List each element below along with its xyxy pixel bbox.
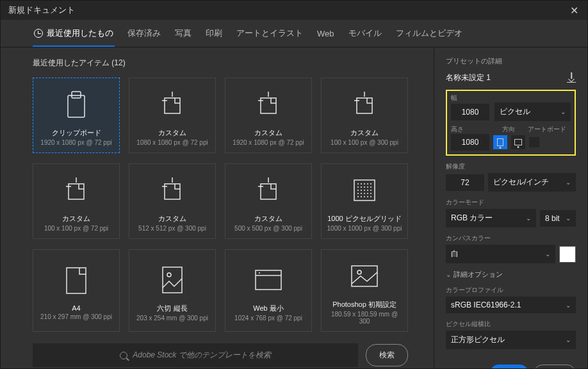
tab-saved[interactable]: 保存済み (126, 20, 162, 47)
svg-point-26 (357, 186, 359, 188)
search-bar: Adobe Stock で他のテンプレートを検索 検索 (33, 343, 408, 367)
preset-meta: 1024 x 768 px @ 72 ppi (234, 315, 302, 322)
height-input[interactable] (451, 134, 489, 151)
color-mode-label: カラーモード (446, 198, 576, 207)
resolution-unit-select[interactable]: ピクセル/インチ⌄ (488, 173, 576, 192)
svg-rect-47 (163, 267, 182, 293)
bit-depth-select[interactable]: 8 bit⌄ (540, 210, 576, 227)
tab-art[interactable]: アートとイラスト (235, 20, 304, 47)
preset-icon (350, 87, 379, 122)
close-button[interactable]: 閉じる (534, 365, 576, 368)
preset-item[interactable]: カスタム512 x 512 px @ 300 ppi (129, 163, 216, 239)
close-icon[interactable]: ✕ (568, 4, 580, 16)
background-select[interactable]: 白⌄ (446, 245, 555, 263)
preset-label: カスタム (158, 128, 186, 138)
details-panel: プリセットの詳細 名称未設定 1 幅 ピクセル⌄ 高さ 方向 アートボード (434, 47, 587, 368)
preset-item[interactable]: A4210 x 297 mm @ 300 ppi (33, 249, 120, 332)
save-preset-icon[interactable] (567, 74, 576, 83)
preset-label: クリップボード (52, 128, 101, 138)
preset-item[interactable]: カスタム1080 x 1080 px @ 72 ppi (129, 78, 216, 153)
preset-grid: クリップボード1920 x 1080 px @ 72 ppiカスタム1080 x… (33, 78, 408, 332)
portrait-icon (497, 138, 503, 146)
preset-icon (65, 263, 87, 298)
svg-point-33 (364, 190, 365, 191)
unit-select[interactable]: ピクセル⌄ (494, 102, 571, 121)
preset-item[interactable]: クリップボード1920 x 1080 px @ 72 ppi (33, 78, 120, 153)
tab-film[interactable]: フィルムとビデオ (395, 20, 464, 47)
preset-item[interactable]: カスタム1920 x 1080 px @ 72 ppi (225, 78, 312, 153)
svg-point-32 (361, 190, 362, 191)
preset-icon (63, 87, 90, 122)
tab-mobile[interactable]: モバイル (347, 20, 383, 47)
resolution-label: 解像度 (446, 162, 576, 171)
preset-label: Photoshop 初期設定 (332, 300, 396, 309)
create-button[interactable]: 作成 (490, 365, 528, 368)
dialog-title: 新規ドキュメント (8, 4, 75, 16)
pixel-aspect-select[interactable]: 正方形ピクセル⌄ (446, 331, 576, 349)
preset-name[interactable]: 名称未設定 1 (446, 72, 491, 83)
preset-icon (158, 87, 186, 122)
background-swatch[interactable] (559, 246, 576, 263)
svg-point-42 (361, 196, 362, 197)
orientation-portrait[interactable] (493, 135, 507, 149)
svg-point-28 (364, 186, 365, 188)
tab-photo[interactable]: 写真 (174, 20, 193, 47)
landscape-icon (514, 139, 522, 145)
preset-meta: 1920 x 1080 px @ 72 ppi (233, 139, 304, 146)
svg-point-41 (357, 196, 359, 197)
svg-point-22 (361, 183, 362, 184)
preset-item[interactable]: カスタム500 x 500 px @ 300 ppi (225, 163, 312, 239)
search-button[interactable]: 検索 (366, 344, 408, 366)
preset-meta: 1920 x 1080 px @ 72 ppi (40, 139, 111, 146)
artboard-checkbox[interactable] (529, 137, 539, 147)
svg-point-27 (361, 186, 362, 188)
advanced-options-toggle[interactable]: ⌄詳細オプション (446, 270, 576, 279)
tab-web[interactable]: Web (316, 20, 336, 47)
background-label: カンバスカラー (446, 234, 576, 243)
chevron-down-icon: ⌄ (446, 271, 451, 278)
tab-print[interactable]: 印刷 (204, 20, 224, 47)
resolution-input[interactable] (446, 174, 484, 191)
new-document-dialog: 新規ドキュメント ✕ 最近使用したもの 保存済み 写真 印刷 アートとイラスト … (0, 0, 588, 369)
preset-label: 六切 縦長 (157, 304, 187, 313)
svg-point-34 (367, 190, 368, 191)
preset-item[interactable]: 六切 縦長203 x 254 mm @ 300 ppi (129, 249, 216, 332)
preset-icon (158, 173, 186, 208)
svg-point-29 (367, 186, 368, 188)
search-input[interactable]: Adobe Stock で他のテンプレートを検索 (33, 343, 358, 367)
color-mode-select[interactable]: RGB カラー⌄ (446, 209, 536, 227)
preset-label: A4 (72, 304, 80, 312)
preset-meta: 203 x 254 mm @ 300 ppi (136, 315, 208, 322)
preset-item[interactable]: カスタム100 x 100 px @ 300 ppi (321, 78, 408, 153)
preset-label: Web 最小 (253, 304, 283, 313)
preset-item[interactable]: カスタム100 x 100 px @ 72 ppi (33, 163, 120, 239)
preset-icon (254, 173, 282, 208)
svg-point-38 (364, 193, 365, 194)
chevron-down-icon: ⌄ (566, 215, 571, 222)
width-input[interactable] (451, 104, 489, 120)
preset-meta: 1000 x 1000 px @ 300 ppi (327, 225, 402, 232)
preset-icon (254, 87, 282, 122)
tab-recent[interactable]: 最近使用したもの (33, 20, 115, 47)
chevron-down-icon: ⌄ (526, 215, 531, 222)
color-profile-select[interactable]: sRGB IEC61966-2.1⌄ (446, 297, 576, 313)
preset-meta: 180.59 x 180.59 mm @ 300 (325, 311, 404, 325)
svg-point-53 (357, 270, 361, 274)
chevron-down-icon: ⌄ (566, 302, 571, 309)
color-profile-label: カラープロファイル (446, 286, 576, 295)
preset-item[interactable]: 1000 ピクセルグリッド1000 x 1000 px @ 300 ppi (321, 163, 408, 239)
preset-panel: 最近使用したアイテム (12) クリップボード1920 x 1080 px @ … (1, 47, 434, 368)
orientation-landscape[interactable] (511, 135, 525, 149)
chevron-down-icon: ⌄ (560, 108, 566, 115)
svg-point-23 (364, 183, 365, 184)
preset-item[interactable]: Web 最小1024 x 768 px @ 72 ppi (225, 249, 312, 332)
svg-point-37 (361, 193, 362, 194)
preset-item[interactable]: Photoshop 初期設定180.59 x 180.59 mm @ 300 (321, 249, 408, 332)
svg-rect-1 (72, 92, 81, 98)
svg-point-39 (367, 193, 368, 194)
preset-label: カスタム (350, 128, 379, 138)
preset-label: カスタム (158, 214, 186, 224)
preset-label: カスタム (254, 214, 282, 224)
dimensions-highlight: 幅 ピクセル⌄ 高さ 方向 アートボード (446, 90, 576, 156)
preset-meta: 512 x 512 px @ 300 ppi (138, 225, 206, 232)
